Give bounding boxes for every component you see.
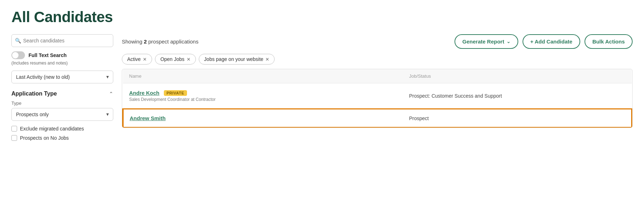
candidate-name-link[interactable]: Andrew Smith <box>130 115 166 121</box>
table-cell-name: Andre Koch PRIVATE Sales Development Coo… <box>123 83 403 109</box>
filter-tag-jobs-page[interactable]: Jobs page on your website ✕ <box>199 54 275 65</box>
type-dropdown-wrapper: Prospects onlyAll ApplicationsJob Applic… <box>11 108 113 121</box>
add-candidate-label: + Add Candidate <box>530 38 572 45</box>
column-name: Name <box>123 69 403 83</box>
private-badge: PRIVATE <box>164 90 187 96</box>
page-title: All Candidates <box>11 9 633 26</box>
full-text-search-toggle[interactable] <box>11 51 25 59</box>
application-type-section-header: Application Type ⌃ <box>11 91 113 97</box>
prospects-no-jobs-checkbox-row[interactable]: Prospects on No Jobs <box>11 135 113 141</box>
table-header-row: Name Job/Status <box>123 69 632 83</box>
generate-report-chevron-down-icon: ⌄ <box>507 39 510 44</box>
job-status-text: Prospect <box>409 115 429 121</box>
search-input-wrapper: 🔍 <box>11 34 113 47</box>
search-icon: 🔍 <box>15 38 21 43</box>
job-status-text: Prospect: Customer Success and Support <box>409 93 502 99</box>
filter-tag-active-label: Active <box>127 56 141 62</box>
filter-tag-open-jobs-label: Open Jobs <box>160 56 185 62</box>
full-text-search-sublabel: (Includes resumes and notes) <box>11 61 113 66</box>
table-cell-name: Andrew Smith <box>123 109 403 128</box>
exclude-migrated-checkbox[interactable] <box>11 126 17 132</box>
filter-tag-jobs-page-remove-icon[interactable]: ✕ <box>265 57 269 62</box>
toolbar: Showing 2 prospect applications Generate… <box>122 34 633 49</box>
table-cell-job-status: Prospect: Customer Success and Support <box>402 83 632 109</box>
candidate-subtitle: Sales Development Coordinator at Contrac… <box>129 97 396 102</box>
showing-text: Showing 2 prospect applications <box>122 38 198 45</box>
sidebar: 🔍 Full Text Search (Includes resumes and… <box>11 34 122 144</box>
filter-tags: Active ✕ Open Jobs ✕ Jobs page on your w… <box>122 54 633 65</box>
search-input[interactable] <box>11 34 113 47</box>
candidates-table-wrapper: Name Job/Status Andre Koch PRIVATE <box>122 69 633 128</box>
filter-tag-jobs-page-label: Jobs page on your website <box>204 56 264 62</box>
column-job-status: Job/Status <box>402 69 632 83</box>
sort-dropdown[interactable]: Last Activity (new to old)Last Activity … <box>11 71 113 83</box>
filter-tag-active-remove-icon[interactable]: ✕ <box>143 57 147 62</box>
table-header: Name Job/Status <box>123 69 632 83</box>
showing-count: 2 <box>144 38 147 45</box>
filter-tag-active[interactable]: Active ✕ <box>122 54 152 65</box>
bulk-actions-button[interactable]: Bulk Actions <box>585 34 633 49</box>
prospects-no-jobs-label: Prospects on No Jobs <box>20 135 69 141</box>
bulk-actions-label: Bulk Actions <box>592 38 625 45</box>
table-cell-job-status: Prospect <box>402 109 632 128</box>
filter-tag-open-jobs[interactable]: Open Jobs ✕ <box>155 54 196 65</box>
candidate-name-link[interactable]: Andre Koch <box>129 90 160 96</box>
toggle-knob <box>12 52 19 58</box>
showing-label: Showing <box>122 38 142 45</box>
filter-tag-open-jobs-remove-icon[interactable]: ✕ <box>187 57 191 62</box>
exclude-migrated-label: Exclude migrated candidates <box>20 126 84 132</box>
add-candidate-button[interactable]: + Add Candidate <box>523 34 580 49</box>
application-type-title: Application Type <box>11 91 57 97</box>
type-dropdown[interactable]: Prospects onlyAll ApplicationsJob Applic… <box>11 108 113 121</box>
type-label: Type <box>11 101 113 106</box>
generate-report-label: Generate Report <box>462 38 504 45</box>
full-text-search-row: Full Text Search <box>11 51 113 59</box>
exclude-migrated-checkbox-row[interactable]: Exclude migrated candidates <box>11 126 113 132</box>
table-body: Andre Koch PRIVATE Sales Development Coo… <box>123 83 632 128</box>
generate-report-button[interactable]: Generate Report ⌄ <box>455 34 518 49</box>
table-row: Andre Koch PRIVATE Sales Development Coo… <box>123 83 632 109</box>
application-type-chevron-up-icon[interactable]: ⌃ <box>109 91 113 97</box>
toolbar-buttons: Generate Report ⌄ + Add Candidate Bulk A… <box>455 34 633 49</box>
table-row: Andrew Smith Prospect <box>123 109 632 128</box>
full-text-search-label: Full Text Search <box>28 52 67 58</box>
sort-dropdown-wrapper: Last Activity (new to old)Last Activity … <box>11 71 113 83</box>
prospects-no-jobs-checkbox[interactable] <box>11 135 17 141</box>
main-content: Showing 2 prospect applications Generate… <box>122 34 633 128</box>
showing-suffix: prospect applications <box>148 38 198 45</box>
candidates-table: Name Job/Status Andre Koch PRIVATE <box>122 69 632 128</box>
